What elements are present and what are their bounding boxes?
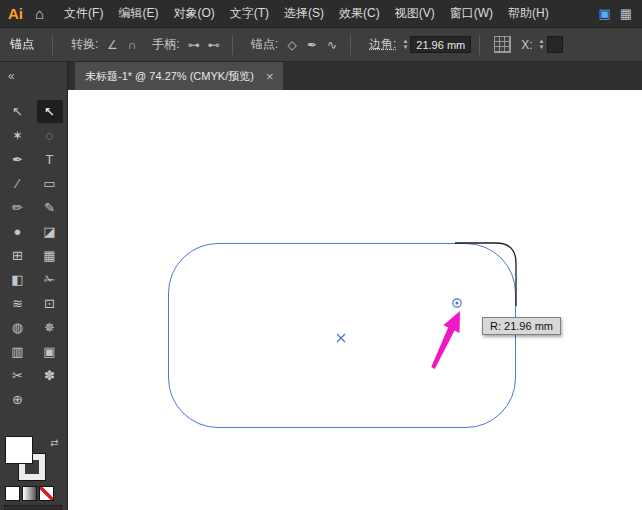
width-tool[interactable]: ≋: [5, 292, 31, 315]
collapse-toolbar-icon[interactable]: «: [8, 69, 15, 83]
annotation-arrow: [431, 311, 460, 369]
magic-wand-tool[interactable]: ✶: [5, 124, 31, 147]
arrange-documents-icon[interactable]: ▦: [620, 6, 632, 21]
line-segment-tool[interactable]: ∕: [5, 172, 31, 195]
toolbar-dock-header: «: [0, 62, 68, 90]
canvas[interactable]: R: 21.96 mm: [68, 90, 642, 510]
connect-path-icon[interactable]: ✒: [302, 35, 322, 54]
corner-stepper[interactable]: ▲ ▼: [402, 39, 408, 51]
menubar: Ai ⌂ 文件(F) 编辑(E) 对象(O) 文字(T) 选择(S) 效果(C)…: [0, 0, 642, 28]
gradient-tool[interactable]: ◧: [5, 268, 31, 291]
corner-label[interactable]: 边角:: [369, 36, 396, 53]
separator: [350, 35, 351, 55]
hide-handles-icon[interactable]: ⊷: [204, 35, 224, 54]
selection-type-label: 锚点: [10, 36, 34, 53]
document-tab[interactable]: 未标题-1* @ 74.27% (CMYK/预览) ×: [75, 62, 283, 90]
slice-tool[interactable]: ✂: [5, 364, 31, 387]
convert-to-corner-icon[interactable]: ∠: [102, 35, 122, 54]
symbol-sprayer-tool[interactable]: ✵: [37, 316, 63, 339]
menubar-right-icons: ▣ ▦: [598, 6, 632, 21]
color-swatches: ⇄: [6, 437, 64, 507]
workspace-switcher-icon[interactable]: ▣: [598, 6, 610, 21]
eraser-tool[interactable]: ◪: [37, 220, 63, 243]
x-stepper-down-icon[interactable]: ▼: [539, 45, 545, 51]
draw-modes-bar[interactable]: [4, 505, 62, 510]
separator: [52, 35, 53, 55]
corner-radius-tooltip: R: 21.96 mm: [482, 317, 561, 335]
shape-builder-tool[interactable]: ◍: [5, 316, 31, 339]
free-transform-tool[interactable]: ⊡: [37, 292, 63, 315]
close-tab-icon[interactable]: ×: [266, 69, 274, 84]
pencil-tool[interactable]: ✎: [37, 196, 63, 219]
none-button[interactable]: [40, 487, 53, 500]
color-button[interactable]: [6, 487, 19, 500]
app-logo: Ai: [8, 5, 23, 22]
menu-item-edit[interactable]: 编辑(E): [118, 5, 158, 22]
convert-label: 转换:: [71, 36, 98, 53]
x-input[interactable]: [547, 36, 563, 53]
cut-path-icon[interactable]: ∿: [322, 35, 342, 54]
handles-label: 手柄:: [152, 36, 179, 53]
convert-to-smooth-icon[interactable]: ∩: [122, 35, 142, 54]
tools-grid: ↖ ↖ ✶ ◌ ✒ T ∕ ▭ ✏ ✎ ● ◪ ⊞ ▦ ◧ ✁ ≋ ⊡ ◍ ✵ …: [0, 90, 67, 411]
menu-item-file[interactable]: 文件(F): [64, 5, 103, 22]
blob-brush-tool[interactable]: ●: [5, 220, 31, 243]
type-tool[interactable]: T: [37, 148, 63, 171]
menu-item-object[interactable]: 对象(O): [173, 5, 214, 22]
paint-mode-row: [6, 487, 53, 500]
center-point-mark: [337, 334, 345, 342]
corner-radius-input[interactable]: 21.96 mm: [410, 36, 471, 53]
x-label: X:: [521, 38, 532, 52]
anchor-tools-label: 锚点:: [251, 36, 278, 53]
lasso-tool[interactable]: ◌: [37, 124, 63, 147]
column-graph-tool[interactable]: ▥: [5, 340, 31, 363]
hand-tool[interactable]: ✽: [37, 364, 63, 387]
show-handles-icon[interactable]: ⊶: [184, 35, 204, 54]
direct-selection-tool[interactable]: ↖: [37, 100, 63, 123]
menu-item-select[interactable]: 选择(S): [284, 5, 324, 22]
menu-item-effect[interactable]: 效果(C): [339, 5, 380, 22]
x-stepper[interactable]: ▲ ▼: [539, 39, 545, 51]
paintbrush-tool[interactable]: ✏: [5, 196, 31, 219]
control-bar: 锚点 转换: ∠ ∩ 手柄: ⊶ ⊷ 锚点: ◇ ✒ ∿ 边角: ▲ ▼ 21.…: [0, 28, 642, 62]
selection-tool[interactable]: ↖: [5, 100, 31, 123]
menu-item-type[interactable]: 文字(T): [230, 5, 269, 22]
original-corner-path: [455, 243, 516, 306]
corner-stepper-down-icon[interactable]: ▼: [402, 45, 408, 51]
gradient-button[interactable]: [23, 487, 36, 500]
canvas-overlay: [68, 90, 642, 510]
perspective-grid-tool[interactable]: ⊞: [5, 244, 31, 267]
home-icon[interactable]: ⌂: [35, 5, 44, 22]
menu-item-help[interactable]: 帮助(H): [508, 5, 549, 22]
reference-point-icon[interactable]: [494, 36, 511, 53]
mesh-tool[interactable]: ▦: [37, 244, 63, 267]
illustrator-window: Ai ⌂ 文件(F) 编辑(E) 对象(O) 文字(T) 选择(S) 效果(C)…: [0, 0, 642, 510]
pen-tool[interactable]: ✒: [5, 148, 31, 171]
separator: [479, 35, 480, 55]
swap-fill-stroke-icon[interactable]: ⇄: [50, 437, 58, 448]
menu-item-window[interactable]: 窗口(W): [450, 5, 493, 22]
menu-item-view[interactable]: 视图(V): [395, 5, 435, 22]
tools-panel: ↖ ↖ ✶ ◌ ✒ T ∕ ▭ ✏ ✎ ● ◪ ⊞ ▦ ◧ ✁ ≋ ⊡ ◍ ✵ …: [0, 90, 68, 510]
artboard-tool[interactable]: ▣: [37, 340, 63, 363]
document-tab-title: 未标题-1* @ 74.27% (CMYK/预览): [85, 69, 254, 84]
remove-anchor-icon[interactable]: ◇: [282, 35, 302, 54]
rectangle-tool[interactable]: ▭: [37, 172, 63, 195]
eyedropper-tool[interactable]: ✁: [37, 268, 63, 291]
separator: [232, 35, 233, 55]
live-corner-widget[interactable]: [453, 299, 461, 307]
fill-color-swatch[interactable]: [6, 437, 32, 463]
tab-bar: 未标题-1* @ 74.27% (CMYK/预览) ×: [68, 62, 642, 90]
zoom-tool[interactable]: ⊕: [5, 388, 31, 411]
